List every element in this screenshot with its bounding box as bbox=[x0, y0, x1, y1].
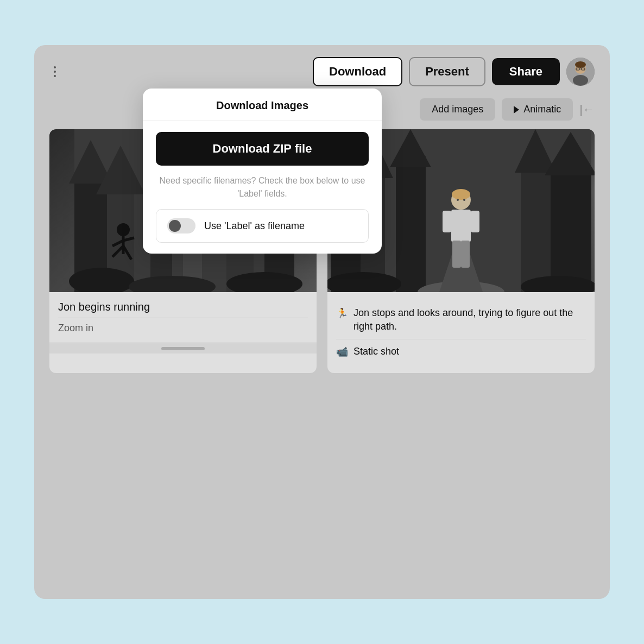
svg-point-3 bbox=[575, 61, 586, 68]
svg-rect-34 bbox=[396, 156, 426, 292]
scrollbar-track[interactable] bbox=[161, 347, 205, 350]
toggle-label: Use 'Label' as filename bbox=[204, 220, 305, 232]
left-panel-note: Zoom in bbox=[58, 323, 308, 334]
svg-rect-46 bbox=[443, 211, 451, 232]
action-detail: 🏃 Jon stops and looks around, trying to … bbox=[336, 301, 586, 339]
scrollbar-area bbox=[49, 343, 317, 353]
download-modal: Download Images Download ZIP file Need s… bbox=[143, 89, 382, 254]
svg-rect-38 bbox=[551, 167, 591, 292]
svg-rect-36 bbox=[521, 162, 551, 292]
svg-point-52 bbox=[463, 199, 465, 201]
toggle-row[interactable]: Use 'Label' as filename bbox=[156, 209, 369, 243]
right-panel-shot: Static shot bbox=[353, 345, 399, 358]
toggle-thumb bbox=[169, 220, 181, 232]
avatar[interactable] bbox=[566, 58, 595, 86]
separator bbox=[58, 318, 308, 318]
modal-title: Download Images bbox=[216, 99, 308, 111]
present-button[interactable]: Present bbox=[409, 57, 485, 86]
svg-point-51 bbox=[457, 199, 459, 201]
animatic-button[interactable]: Animatic bbox=[502, 98, 573, 121]
shot-detail: 📹 Static shot bbox=[336, 339, 586, 364]
toggle-switch[interactable] bbox=[167, 218, 195, 233]
svg-rect-48 bbox=[452, 241, 461, 268]
more-options-button[interactable] bbox=[49, 62, 60, 81]
panel-right-text: 🏃 Jon stops and looks around, trying to … bbox=[327, 292, 595, 373]
modal-hint: Need specific filenames? Check the box b… bbox=[156, 174, 369, 200]
right-panel-action: Jon stops and looks around, trying to fi… bbox=[353, 306, 586, 333]
camera-icon: 📹 bbox=[336, 346, 348, 358]
left-panel-action: Jon begins running bbox=[58, 301, 308, 313]
running-icon: 🏃 bbox=[336, 307, 348, 319]
divider-icon: |← bbox=[579, 103, 595, 117]
svg-point-50 bbox=[452, 189, 470, 200]
modal-header: Download Images bbox=[143, 89, 382, 121]
svg-point-23 bbox=[117, 223, 130, 236]
download-zip-button[interactable]: Download ZIP file bbox=[156, 132, 369, 166]
svg-rect-45 bbox=[451, 210, 471, 242]
app-window: Download Present Share Add images Ani bbox=[34, 45, 610, 599]
download-button[interactable]: Download bbox=[313, 57, 402, 86]
svg-rect-49 bbox=[461, 241, 470, 268]
svg-point-2 bbox=[573, 75, 588, 86]
share-button[interactable]: Share bbox=[492, 58, 560, 85]
modal-body: Download ZIP file Need specific filename… bbox=[143, 121, 382, 254]
add-images-button[interactable]: Add images bbox=[420, 98, 495, 121]
svg-rect-47 bbox=[471, 211, 479, 232]
panel-left-text: Jon begins running Zoom in bbox=[49, 292, 317, 343]
play-icon bbox=[514, 106, 519, 113]
